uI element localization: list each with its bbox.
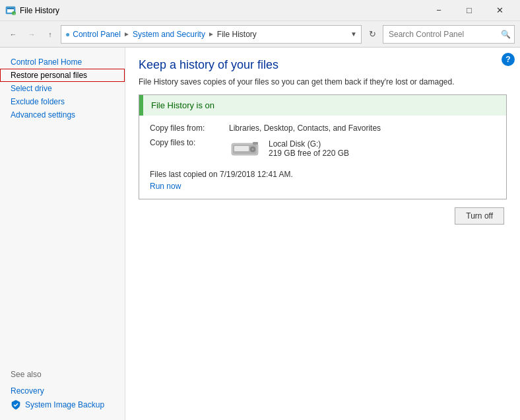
- main-container: Control Panel Home Restore personal file…: [0, 48, 520, 420]
- forward-button[interactable]: →: [24, 26, 40, 42]
- svg-rect-2: [7, 8, 14, 9]
- content-area: ? Keep a history of your files File Hist…: [125, 48, 520, 420]
- sidebar: Control Panel Home Restore personal file…: [0, 48, 125, 420]
- title-bar-controls: − □ ✕: [424, 0, 515, 21]
- content-description: File History saves copies of your files …: [139, 77, 507, 87]
- breadcrumb-control-panel[interactable]: Control Panel: [73, 30, 121, 39]
- sidebar-item-advanced-settings[interactable]: Advanced settings: [0, 108, 125, 122]
- up-button[interactable]: ↑: [42, 26, 58, 42]
- see-also-label: See also: [0, 365, 125, 384]
- search-input[interactable]: [383, 25, 515, 44]
- breadcrumb-dropdown-arrow[interactable]: ▼: [350, 30, 357, 38]
- svg-point-10: [252, 149, 254, 151]
- status-header: File History is on: [139, 95, 506, 116]
- last-copied-text: Files last copied on 7/19/2018 12:41 AM.: [150, 170, 496, 179]
- svg-text:✓: ✓: [13, 12, 15, 15]
- page-title: Keep a history of your files: [139, 58, 507, 72]
- copy-from-row: Copy files from: Libraries, Desktop, Con…: [150, 123, 496, 133]
- sidebar-item-recovery[interactable]: Recovery: [0, 384, 125, 398]
- title-bar-text: File History: [20, 6, 424, 15]
- close-button[interactable]: ✕: [484, 0, 515, 21]
- button-area: Turn off: [139, 207, 507, 225]
- drive-space: 219 GB free of 220 GB: [269, 149, 349, 158]
- back-button[interactable]: ←: [5, 26, 21, 42]
- search-wrapper: 🔍: [383, 25, 515, 44]
- run-now-link[interactable]: Run now: [150, 182, 181, 191]
- breadcrumb-system-security[interactable]: System and Security: [133, 30, 205, 39]
- system-image-backup-label: System Image Backup: [25, 400, 104, 409]
- breadcrumb-bar[interactable]: ● Control Panel ► System and Security ► …: [61, 25, 362, 44]
- title-bar: ✓ File History − □ ✕: [0, 0, 520, 21]
- drive-icon: [229, 138, 261, 159]
- shield-icon: [11, 400, 21, 410]
- status-box: File History is on Copy files from: Libr…: [139, 94, 507, 199]
- app-icon: ✓: [5, 5, 16, 16]
- copy-to-row: Copy files to:: [150, 138, 496, 164]
- breadcrumb-sep-2: ►: [208, 30, 214, 38]
- copy-from-value: Libraries, Desktop, Contacts, and Favori…: [229, 123, 381, 133]
- address-bar: ← → ↑ ● Control Panel ► System and Secur…: [0, 21, 520, 48]
- refresh-button[interactable]: ↻: [364, 26, 380, 42]
- status-body: Copy files from: Libraries, Desktop, Con…: [139, 116, 506, 199]
- maximize-button[interactable]: □: [454, 0, 484, 21]
- breadcrumb-file-history: File History: [217, 30, 257, 39]
- svg-rect-7: [253, 142, 258, 145]
- svg-rect-8: [234, 146, 249, 151]
- sidebar-item-exclude-folders[interactable]: Exclude folders: [0, 95, 125, 108]
- breadcrumb-icon: ●: [65, 30, 70, 39]
- sidebar-item-control-panel-home[interactable]: Control Panel Home: [0, 55, 125, 69]
- copy-to-label: Copy files to:: [150, 138, 229, 164]
- turn-off-button[interactable]: Turn off: [455, 207, 504, 225]
- copy-from-label: Copy files from:: [150, 123, 229, 133]
- sidebar-item-select-drive[interactable]: Select drive: [0, 82, 125, 95]
- recovery-label: Recovery: [11, 386, 44, 396]
- drive-row: Local Disk (G:) 219 GB free of 220 GB: [229, 138, 349, 159]
- drive-name: Local Disk (G:): [269, 139, 349, 149]
- minimize-button[interactable]: −: [424, 0, 454, 21]
- sidebar-item-restore-personal-files[interactable]: Restore personal files: [0, 69, 125, 82]
- breadcrumb-sep-1: ►: [123, 30, 130, 38]
- help-button[interactable]: ?: [502, 53, 515, 66]
- status-label: File History is on: [151, 100, 214, 110]
- sidebar-item-system-image-backup[interactable]: System Image Backup: [0, 398, 125, 412]
- drive-info: Local Disk (G:) 219 GB free of 220 GB: [269, 139, 349, 158]
